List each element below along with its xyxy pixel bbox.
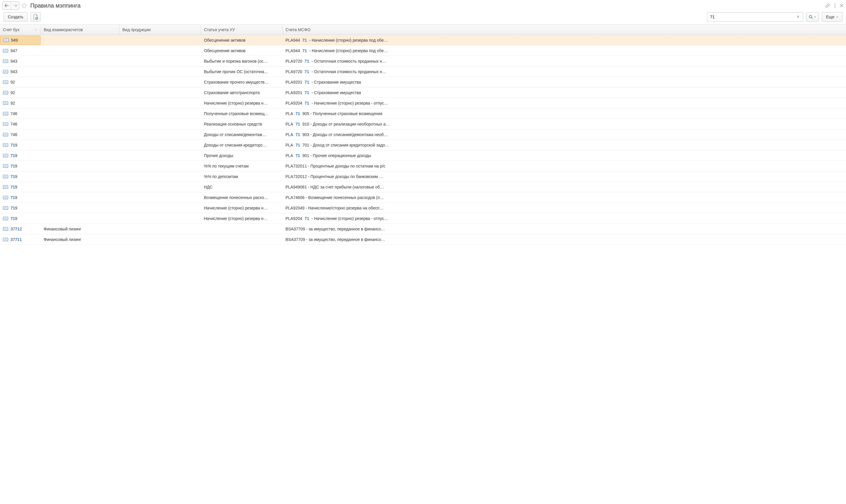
cell-account: 746	[0, 129, 41, 140]
cell-msfo: PLA972071 - Остаточная стоимость проданн…	[283, 56, 846, 66]
cell-settlement	[41, 119, 120, 129]
cell-account: 92	[0, 77, 41, 87]
table-row[interactable]: 943Выбытие прочих ОС (остаточна…PLA97207…	[0, 67, 846, 77]
table-row[interactable]: 943Выбытие и порезка вагонов (ос…PLA9720…	[0, 56, 846, 67]
cell-settlement	[41, 56, 120, 66]
record-icon	[3, 154, 8, 157]
cell-settlement	[41, 129, 120, 140]
cell-product	[120, 56, 201, 66]
col-header-account[interactable]: Счет бух ↑	[0, 25, 41, 35]
cell-article: Доходы от списания/демонтаж…	[201, 129, 283, 140]
cell-msfo: PLA732011 - Процентные доходы по остатка…	[283, 161, 846, 171]
clear-search-button[interactable]: ×	[795, 14, 801, 19]
table-row[interactable]: 947Обесценение активовPLA94471 - Начисле…	[0, 46, 846, 56]
record-icon	[3, 185, 8, 189]
kebab-menu-icon[interactable]	[834, 3, 835, 8]
cell-settlement	[41, 171, 120, 181]
cell-msfo: PLA71903 - Доходы от списания/демонтажа …	[283, 129, 846, 140]
table-row[interactable]: 746Полученные страховые возмещ…PLA71905 …	[0, 108, 846, 119]
grid-header: Счет бух ↑ Вид взаиморасчетов Вид продук…	[0, 25, 846, 35]
table-row[interactable]: 719Возмещение понесенных расхо…PLA74606 …	[0, 192, 846, 203]
table-row[interactable]: 92Страхование автотранспортаPLA920171 - …	[0, 87, 846, 98]
cell-article: Выбытие прочих ОС (остаточна…	[201, 67, 283, 77]
cell-settlement	[41, 150, 120, 161]
table-row[interactable]: 719%% по депозитамPLA732012 - Процентные…	[0, 171, 846, 182]
titlebar-actions	[825, 3, 844, 8]
table-row[interactable]: 746Реализация основных средствPLA71910 -…	[0, 119, 846, 129]
cell-account: 92	[0, 98, 41, 108]
forward-button[interactable]	[11, 2, 19, 9]
cell-account: 719	[0, 182, 41, 192]
table-row[interactable]: 92Начисление (сторно) резерва н…PLA92047…	[0, 98, 846, 108]
cell-account: 943	[0, 67, 41, 77]
create-from-template-button[interactable]	[31, 12, 40, 21]
toolbar: Создать × Еще	[0, 11, 846, 24]
cell-account: 37712	[0, 224, 41, 234]
cell-article	[201, 234, 283, 245]
cell-msfo: PLA732012 - Процентные доходы по банковс…	[283, 171, 846, 181]
table-row[interactable]: 719Начисление (сторно) резерва н…PLA9204…	[0, 203, 846, 213]
chevron-down-icon	[814, 16, 816, 18]
cell-msfo: PLA920171 - Страхование имущества	[283, 77, 846, 87]
cell-article: Обесценение активов	[201, 46, 283, 56]
search-field[interactable]: ×	[707, 12, 803, 21]
col-header-msfo[interactable]: Счета МСФО	[283, 25, 846, 35]
cell-article: Прочие доходы	[201, 150, 283, 161]
cell-account: 719	[0, 192, 41, 202]
arrow-right-icon	[13, 4, 17, 7]
cell-account: 719	[0, 150, 41, 161]
cell-msfo: BSA37709 - за имущество, переданное в фи…	[283, 224, 846, 234]
cell-account: 92	[0, 87, 41, 97]
cell-account: 943	[0, 56, 41, 66]
table-row[interactable]: 746Доходы от списания/демонтаж…PLA71903 …	[0, 129, 846, 140]
cell-msfo: PLA71901 - Прочие операционные доходы	[283, 150, 846, 161]
record-icon	[3, 102, 8, 105]
cell-product	[120, 203, 201, 213]
cell-settlement	[41, 140, 120, 150]
cell-article: %% по текущим счетам	[201, 161, 283, 171]
table-row[interactable]: 37712Финансовый лизингBSA37709 - за имущ…	[0, 224, 846, 234]
table-row[interactable]: 92Страхование прочего имуществ…PLA920171…	[0, 77, 846, 87]
record-icon	[3, 143, 8, 147]
cell-article: Выбытие и порезка вагонов (ос…	[201, 56, 283, 66]
cell-article: Доходы от списания кредиторс…	[201, 140, 283, 150]
link-icon[interactable]	[825, 3, 830, 8]
close-icon[interactable]	[840, 3, 844, 7]
titlebar: Правила мэппинга	[0, 0, 846, 11]
cell-product	[120, 46, 201, 56]
cell-settlement	[41, 77, 120, 87]
cell-product	[120, 87, 201, 97]
cell-product	[120, 67, 201, 77]
favorite-star-icon[interactable]	[21, 2, 28, 9]
table-row[interactable]: 719Начисление (сторно) резерва н…PLA9204…	[0, 213, 846, 224]
search-button[interactable]	[806, 12, 819, 21]
document-add-icon	[33, 14, 38, 20]
cell-msfo: PLA71910 - Доходы от реализации необорот…	[283, 119, 846, 129]
back-button[interactable]	[3, 2, 11, 9]
cell-msfo: PLA74606 - Возмещение понесенных расходо…	[283, 192, 846, 202]
table-row[interactable]: 37711Финансовый лизингBSA37709 - за имущ…	[0, 234, 846, 245]
more-button[interactable]: Еще	[822, 12, 843, 21]
svg-point-1	[834, 5, 835, 6]
cell-account: 719	[0, 203, 41, 213]
table-row[interactable]: 719НДСPLA949081 - НДС за счет прибыли (н…	[0, 182, 846, 192]
col-header-article[interactable]: Статья учета УУ	[201, 25, 283, 35]
cell-article	[201, 224, 283, 234]
col-header-product[interactable]: Вид продукции	[120, 25, 201, 35]
chevron-down-icon	[836, 16, 838, 18]
col-header-settlement[interactable]: Вид взаиморасчетов	[41, 25, 120, 35]
cell-product	[120, 119, 201, 129]
record-icon	[3, 175, 8, 178]
cell-product	[120, 140, 201, 150]
cell-msfo: PLA94471 - Начисление (сторно) резерва п…	[283, 35, 846, 45]
page-title: Правила мэппинга	[30, 2, 81, 9]
table-row[interactable]: 949Обесценение активовPLA94471 - Начисле…	[0, 35, 846, 46]
cell-msfo: PLA972071 - Остаточная стоимость проданн…	[283, 67, 846, 77]
table-row[interactable]: 719Прочие доходыPLA71901 - Прочие операц…	[0, 150, 846, 161]
cell-settlement	[41, 192, 120, 202]
search-input[interactable]	[709, 15, 795, 19]
table-row[interactable]: 719Доходы от списания кредиторс…PLA71701…	[0, 140, 846, 150]
table-row[interactable]: 719%% по текущим счетамPLA732011 - Проце…	[0, 161, 846, 171]
record-icon	[3, 164, 8, 168]
create-button[interactable]: Создать	[3, 12, 28, 21]
